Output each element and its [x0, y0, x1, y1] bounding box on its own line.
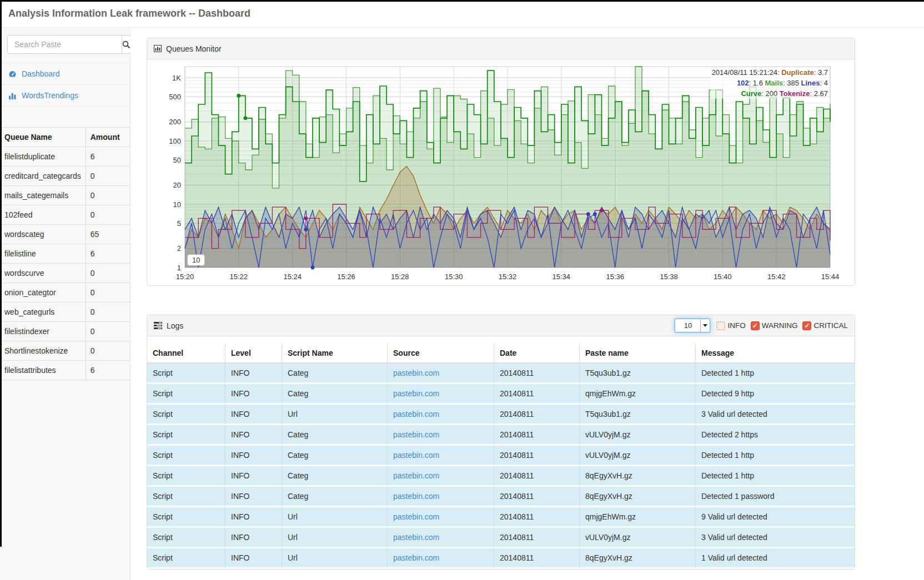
- log-cell: INFO: [225, 446, 282, 466]
- queue-name-cell: filelistline: [0, 244, 86, 264]
- svg-text:15:34: 15:34: [553, 273, 571, 281]
- log-cell: INFO: [225, 507, 282, 528]
- queue-name-cell: wordscurve: [0, 264, 86, 283]
- log-cell: INFO: [225, 425, 282, 446]
- source-link[interactable]: pastebin.com: [393, 451, 439, 460]
- queues-monitor-panel: Queues Monitor 1K50020010050201052115:20…: [147, 38, 855, 286]
- log-cell: INFO: [225, 466, 282, 487]
- svg-text:15:20: 15:20: [176, 273, 194, 281]
- log-cell: Categ: [282, 425, 388, 446]
- source-link[interactable]: pastebin.com: [393, 410, 439, 418]
- legend-series-value: : 1.6: [749, 79, 765, 87]
- log-cell: vULV0yjM.gz: [580, 528, 696, 548]
- window-edge-left: [0, 0, 2, 547]
- logs-icon: [154, 322, 162, 329]
- svg-text:15:28: 15:28: [391, 273, 409, 281]
- log-cell: Categ: [282, 466, 388, 487]
- svg-text:15:38: 15:38: [660, 273, 678, 281]
- source-link[interactable]: pastebin.com: [393, 471, 439, 480]
- log-cell: 20140811: [494, 528, 580, 548]
- log-cell: Categ: [282, 384, 388, 405]
- queue-row: creditcard_categcards0: [0, 167, 130, 186]
- search-button[interactable]: [122, 35, 131, 54]
- queue-amount-cell: 6: [86, 361, 130, 380]
- logs-title: Logs: [167, 321, 183, 330]
- svg-text:50: 50: [173, 156, 181, 164]
- bar-chart-icon: [8, 92, 17, 100]
- log-cell: 8qEgyXvH.gz: [580, 466, 696, 487]
- sidebar: Dashboard WordsTrendings Queue Name Amou…: [0, 28, 130, 580]
- source-link[interactable]: pastebin.com: [393, 553, 439, 562]
- log-cell: T5qu3ub1.gz: [580, 405, 696, 425]
- queue-amount-cell: 0: [86, 167, 130, 186]
- svg-text:15:42: 15:42: [767, 273, 786, 281]
- log-cell: Detected 1 password: [696, 487, 855, 507]
- select-caret-icon[interactable]: [700, 319, 710, 332]
- source-link[interactable]: pastebin.com: [393, 430, 439, 439]
- queue-name-cell: mails_categemails: [0, 186, 86, 205]
- filter-critical[interactable]: ✓CRITICAL: [802, 321, 848, 330]
- queue-amount-cell: 0: [86, 205, 130, 225]
- log-row: ScriptINFOUrlpastebin.com20140811qmjgEhW…: [147, 507, 855, 528]
- logs-column-header: Message: [696, 344, 855, 364]
- sidebar-item-wordstrendings[interactable]: WordsTrendings: [0, 85, 130, 107]
- svg-text:15:24: 15:24: [283, 273, 302, 281]
- source-link[interactable]: pastebin.com: [393, 512, 439, 521]
- legend-series-name: Curve: [741, 89, 761, 98]
- queue-row: Shortlinestokenize0: [0, 341, 130, 361]
- log-cell: pastebin.com: [388, 425, 494, 446]
- log-cell: Url: [282, 528, 388, 548]
- legend-series-value: : 2.67: [810, 89, 828, 98]
- queue-row: wordscateg65: [0, 225, 130, 244]
- queue-amount-cell: 0: [86, 264, 130, 283]
- sidebar-item-dashboard[interactable]: Dashboard: [0, 63, 130, 85]
- queue-name-cell: wordscateg: [0, 225, 86, 244]
- log-cell: vULV0yjM.gz: [580, 446, 696, 466]
- log-cell: Detected 9 http: [696, 384, 855, 405]
- log-cell: 20140811: [494, 425, 580, 446]
- log-cell: Script: [147, 487, 225, 507]
- queue-name-cell: web_categurls: [0, 302, 86, 322]
- log-cell: 20140811: [494, 466, 580, 487]
- svg-text:15:44: 15:44: [821, 273, 840, 281]
- source-link[interactable]: pastebin.com: [393, 389, 439, 398]
- log-cell: 20140811: [494, 487, 580, 507]
- queue-amount-cell: 0: [86, 283, 130, 302]
- log-cell: 20140811: [494, 446, 580, 466]
- svg-text:500: 500: [169, 93, 181, 101]
- filter-info[interactable]: INFO: [716, 321, 745, 330]
- log-row: ScriptINFOUrlpastebin.com201408118qEgyXv…: [147, 548, 855, 569]
- legend-series-value: : 385: [783, 79, 801, 87]
- svg-text:15:36: 15:36: [606, 273, 624, 281]
- sidebar-item-label: Dashboard: [22, 69, 60, 78]
- logs-column-header: Script Name: [282, 344, 388, 364]
- log-cell: pastebin.com: [388, 487, 494, 507]
- source-link[interactable]: pastebin.com: [393, 492, 439, 501]
- queue-table-header: Queue Name Amount: [0, 128, 130, 147]
- svg-text:20: 20: [173, 181, 181, 189]
- page-size-value: 10: [675, 319, 700, 332]
- warning-checkbox[interactable]: ✓: [751, 321, 760, 330]
- main-content: Queues Monitor 1K50020010050201052115:20…: [130, 28, 924, 580]
- legend-series-value: : 4: [820, 79, 828, 87]
- page-size-select[interactable]: 10: [675, 319, 710, 332]
- chart-legend-row: 2014/08/11 15:21:24: Duplicate: 3.7: [712, 67, 828, 78]
- log-cell: INFO: [225, 405, 282, 425]
- queue-row: web_categurls0: [0, 302, 130, 322]
- log-cell: pastebin.com: [388, 528, 494, 548]
- legend-series-value: : 200: [761, 89, 780, 98]
- critical-checkbox[interactable]: ✓: [802, 321, 811, 330]
- log-cell: Url: [282, 548, 388, 569]
- info-checkbox[interactable]: [716, 321, 725, 330]
- log-cell: Url: [282, 405, 388, 425]
- log-cell: 20140811: [494, 405, 580, 425]
- svg-text:200: 200: [169, 118, 181, 126]
- filter-warning[interactable]: ✓WARNING: [751, 321, 798, 330]
- source-link[interactable]: pastebin.com: [393, 533, 439, 542]
- legend-series-name: Mails: [765, 79, 784, 87]
- log-cell: 20140811: [494, 548, 580, 569]
- log-cell: 8qEgyXvH.gz: [580, 487, 696, 507]
- log-row: ScriptINFOCategpastebin.com20140811T5qu3…: [147, 364, 855, 384]
- search-input[interactable]: [7, 35, 122, 54]
- source-link[interactable]: pastebin.com: [393, 369, 439, 377]
